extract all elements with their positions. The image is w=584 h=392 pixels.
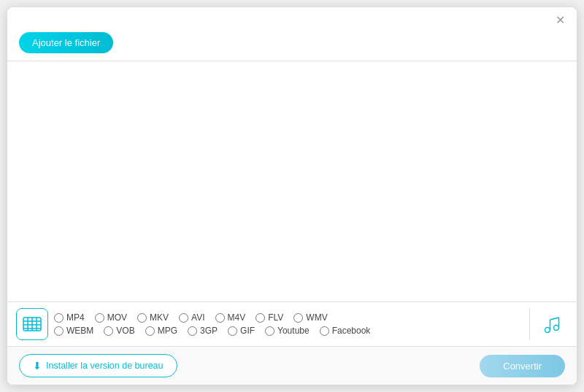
format-avi[interactable]: AVI (179, 312, 204, 323)
audio-format-icon (536, 308, 568, 340)
toolbar: Ajouter le fichier (7, 28, 577, 61)
install-button[interactable]: ⬇ Installer la version de bureau (19, 354, 177, 377)
format-facebook-radio[interactable] (320, 326, 329, 336)
format-3gp[interactable]: 3GP (188, 326, 218, 336)
svg-point-7 (545, 328, 550, 333)
format-vob-radio[interactable] (104, 326, 113, 336)
format-webm[interactable]: WEBM (54, 326, 93, 336)
format-mp4-radio[interactable] (54, 313, 64, 323)
format-row-1: MP4 MOV MKV AVI M4V (54, 312, 523, 323)
bottom-bar: ⬇ Installer la version de bureau Convert… (7, 346, 577, 385)
format-bar: MP4 MOV MKV AVI M4V (7, 301, 577, 346)
format-m4v[interactable]: M4V (215, 312, 246, 323)
format-3gp-radio[interactable] (188, 326, 197, 336)
format-youtube[interactable]: Youtube (265, 326, 310, 336)
convert-button[interactable]: Convertir (480, 355, 565, 377)
format-facebook[interactable]: Facebook (320, 326, 371, 336)
title-bar: ✕ (7, 7, 577, 28)
format-mkv[interactable]: MKV (137, 312, 169, 323)
format-youtube-radio[interactable] (265, 326, 274, 336)
format-gif[interactable]: GIF (228, 326, 255, 336)
format-flv[interactable]: FLV (256, 312, 283, 323)
format-mpg[interactable]: MPG (145, 326, 177, 336)
format-m4v-radio[interactable] (215, 313, 225, 323)
vertical-divider (529, 308, 530, 340)
format-mkv-radio[interactable] (137, 313, 147, 323)
format-avi-radio[interactable] (179, 313, 188, 323)
format-mpg-radio[interactable] (145, 326, 155, 336)
format-mov-radio[interactable] (95, 313, 104, 323)
format-wmv-radio[interactable] (293, 313, 303, 323)
format-row-2: WEBM VOB MPG 3GP GIF (54, 326, 523, 336)
svg-line-11 (550, 318, 559, 320)
drop-area (7, 61, 577, 301)
svg-point-8 (554, 326, 559, 331)
format-mov[interactable]: MOV (95, 312, 127, 323)
format-wmv[interactable]: WMV (293, 312, 327, 323)
download-icon: ⬇ (33, 360, 42, 372)
format-mp4[interactable]: MP4 (54, 312, 85, 323)
format-vob[interactable]: VOB (104, 326, 134, 336)
format-webm-radio[interactable] (54, 326, 64, 336)
main-window: ✕ Ajouter le fichier MP4 (7, 7, 577, 385)
format-gif-radio[interactable] (228, 326, 237, 336)
add-file-button[interactable]: Ajouter le fichier (19, 32, 113, 53)
format-options: MP4 MOV MKV AVI M4V (54, 312, 523, 336)
video-format-icon (16, 308, 48, 340)
close-button[interactable]: ✕ (553, 13, 568, 28)
format-flv-radio[interactable] (256, 313, 265, 323)
